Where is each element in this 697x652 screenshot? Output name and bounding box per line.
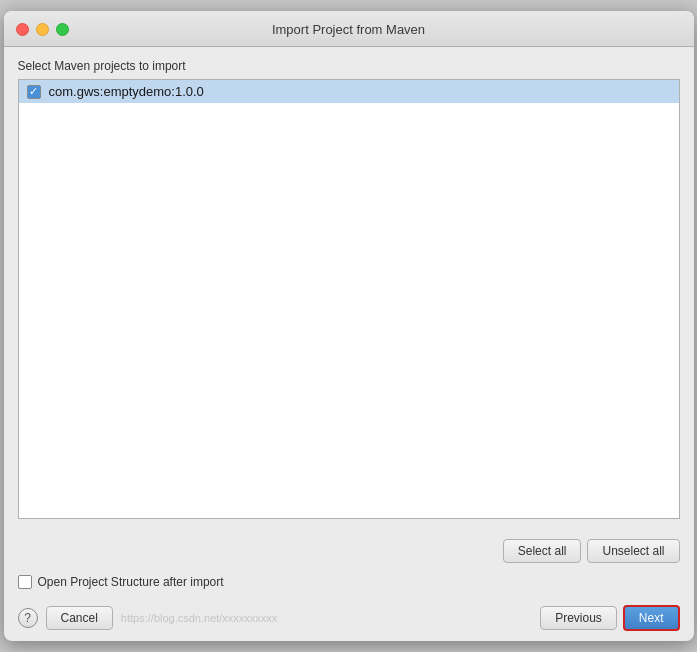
close-button[interactable] — [16, 23, 29, 36]
nav-left: ? Cancel https://blog.csdn.net/xxxxxxxxx… — [18, 606, 278, 630]
minimize-button[interactable] — [36, 23, 49, 36]
cancel-button[interactable]: Cancel — [46, 606, 113, 630]
next-button[interactable]: Next — [623, 605, 680, 631]
nav-row: ? Cancel https://blog.csdn.net/xxxxxxxxx… — [18, 605, 680, 641]
window-title: Import Project from Maven — [272, 22, 425, 37]
traffic-lights — [16, 23, 69, 36]
title-bar: Import Project from Maven — [4, 11, 694, 47]
previous-button[interactable]: Previous — [540, 606, 617, 630]
watermark-text: https://blog.csdn.net/xxxxxxxxxx — [121, 612, 278, 624]
unselect-all-button[interactable]: Unselect all — [587, 539, 679, 563]
dialog-content: Select Maven projects to import ✓ com.gw… — [4, 47, 694, 531]
select-all-button[interactable]: Select all — [503, 539, 582, 563]
dialog-window: Import Project from Maven Select Maven p… — [4, 11, 694, 641]
bottom-section: Select all Unselect all Open Project Str… — [4, 531, 694, 641]
options-row: Open Project Structure after import — [18, 575, 680, 589]
project-list[interactable]: ✓ com.gws:emptydemo:1.0.0 — [18, 79, 680, 519]
list-item[interactable]: ✓ com.gws:emptydemo:1.0.0 — [19, 80, 679, 103]
open-structure-checkbox[interactable] — [18, 575, 32, 589]
check-icon: ✓ — [29, 86, 38, 97]
maximize-button[interactable] — [56, 23, 69, 36]
project-checkbox[interactable]: ✓ — [27, 85, 41, 99]
action-row: Select all Unselect all — [18, 539, 680, 563]
project-name: com.gws:emptydemo:1.0.0 — [49, 84, 204, 99]
open-structure-label: Open Project Structure after import — [38, 575, 224, 589]
nav-right: Previous Next — [540, 605, 679, 631]
section-label: Select Maven projects to import — [18, 59, 680, 73]
help-button[interactable]: ? — [18, 608, 38, 628]
